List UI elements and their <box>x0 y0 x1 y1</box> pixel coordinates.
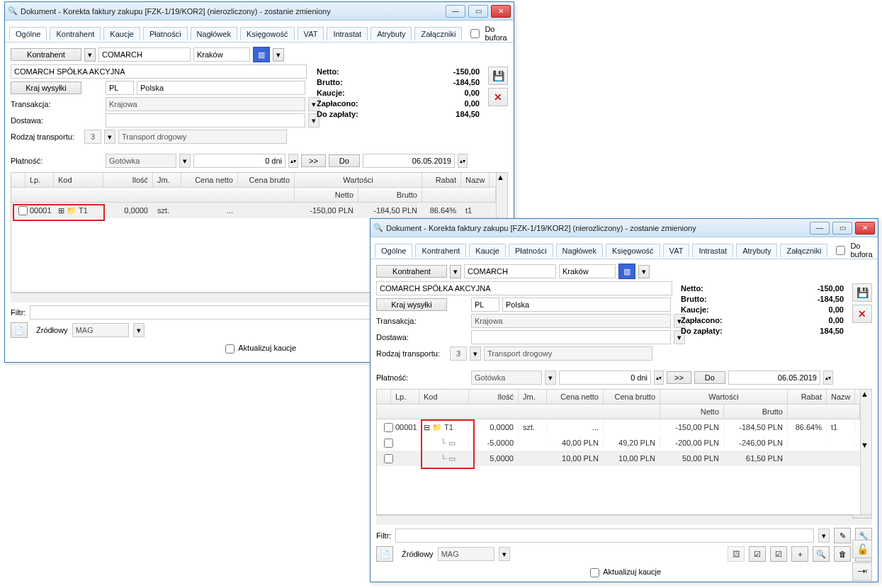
col-wartosci[interactable]: Wartości <box>295 173 422 187</box>
toolbar-search-icon[interactable]: 🔍 <box>813 546 830 562</box>
save-button[interactable]: 💾 <box>488 67 508 85</box>
col-cenanetto[interactable]: Cena netto <box>547 390 604 404</box>
col-wartnetto[interactable]: Netto <box>660 405 724 419</box>
doc-icon-button[interactable]: 📄 <box>11 322 28 338</box>
col-ilosc[interactable]: Ilość <box>469 390 519 404</box>
aktualizuj-checkbox[interactable]: Aktualizuj kaucje <box>587 567 661 576</box>
doc-icon-button[interactable]: 📄 <box>376 546 393 562</box>
data-do-input[interactable] <box>363 154 455 168</box>
col-jm[interactable]: Jm. <box>153 173 181 187</box>
exit-button[interactable]: ⭲ <box>852 562 872 581</box>
tab-vat[interactable]: VAT <box>298 27 324 40</box>
tab-naglowek[interactable]: Nagłówek <box>191 27 237 40</box>
col-wartbrutto[interactable]: Brutto <box>358 188 422 202</box>
kraj-button[interactable]: Kraj wysyłki <box>11 81 81 94</box>
col-rabat[interactable]: Rabat <box>788 390 827 404</box>
rodzaj-code-input[interactable] <box>450 346 467 361</box>
do-button[interactable]: Do <box>329 154 360 167</box>
stepper-icon[interactable]: ▴▾ <box>823 371 833 385</box>
col-cenanetto[interactable]: Cena netto <box>181 173 238 187</box>
col-lp[interactable]: Lp. <box>26 173 54 187</box>
tab-atrybuty[interactable]: Atrybuty <box>371 27 412 40</box>
bufor-checkbox-input[interactable] <box>470 29 480 38</box>
kraj-code-input[interactable] <box>471 298 499 312</box>
col-kod[interactable]: Kod <box>419 390 469 404</box>
dropdown-icon[interactable]: ▾ <box>470 346 481 361</box>
kontrahent-lookup-icon[interactable]: ▥ <box>618 264 635 279</box>
table-row[interactable]: 00001 ⊞ 📁 T1 0,0000 szt. ... -150,00 PLN… <box>11 203 496 218</box>
kontrahent-code-input[interactable] <box>98 47 191 62</box>
transakcja-select[interactable] <box>471 314 671 328</box>
tab-intrastat[interactable]: Intrastat <box>327 27 368 40</box>
col-kod[interactable]: Kod <box>54 173 103 187</box>
tab-kaucje[interactable]: Kaucje <box>103 27 140 40</box>
col-jm[interactable]: Jm. <box>519 390 547 404</box>
kraj-name-input[interactable] <box>137 81 305 95</box>
kontrahent-menu[interactable]: ▾ <box>450 265 461 278</box>
delete-button[interactable]: ✕ <box>488 88 508 106</box>
col-lp[interactable]: Lp. <box>391 390 419 404</box>
dropdown-icon[interactable]: ▾ <box>104 130 115 144</box>
stepper-icon[interactable]: ▴▾ <box>288 154 298 168</box>
kontrahent-lookup-icon[interactable]: ▥ <box>253 47 270 62</box>
tab-kaucje[interactable]: Kaucje <box>469 244 506 257</box>
col-wartbrutto[interactable]: Brutto <box>724 405 788 419</box>
kontrahent-menu[interactable]: ▾ <box>84 48 96 62</box>
bufor-checkbox[interactable]: Do bufora <box>468 25 507 42</box>
filter-edit-icon[interactable]: ✎ <box>834 528 851 543</box>
minimize-button[interactable]: — <box>810 222 830 234</box>
maximize-button[interactable]: ▭ <box>832 222 852 234</box>
tab-atrybuty[interactable]: Atrybuty <box>736 244 777 257</box>
col-ilosc[interactable]: Ilość <box>103 173 153 187</box>
tab-kontrahent[interactable]: Kontrahent <box>415 244 466 257</box>
save-button[interactable]: 💾 <box>852 283 872 302</box>
dostawa-input[interactable] <box>471 330 671 344</box>
vertical-scrollbar[interactable]: ▲▼ <box>860 390 871 514</box>
tab-intrastat[interactable]: Intrastat <box>692 244 733 257</box>
bufor-checkbox[interactable]: Do bufora <box>833 242 872 259</box>
do-button[interactable]: Do <box>694 371 725 384</box>
tab-zalaczniki[interactable]: Załączniki <box>780 244 827 257</box>
dropdown-icon[interactable]: ▾ <box>179 154 191 168</box>
tab-ogolne[interactable]: Ogólne <box>9 27 47 41</box>
dropdown-icon[interactable]: ▾ <box>499 547 510 561</box>
toolbar-btn-3[interactable]: ☑ <box>770 546 787 562</box>
arrow-button[interactable]: >> <box>667 371 691 384</box>
expand-icon[interactable]: ⊞ <box>58 206 64 215</box>
table-row[interactable]: 00001 ⊟ 📁 T1 0,0000 szt. ... -150,00 PLN… <box>377 419 860 435</box>
kontrahent-city-input[interactable] <box>193 47 250 62</box>
col-wartnetto[interactable]: Netto <box>295 188 358 202</box>
tab-ksiegowosc[interactable]: Księgowość <box>606 244 660 257</box>
kontrahent-lookup-menu[interactable]: ▾ <box>273 48 284 62</box>
toolbar-btn-1[interactable]: 🖼 <box>728 546 745 562</box>
platnosc-select[interactable] <box>471 371 542 385</box>
kontrahent-button[interactable]: Kontrahent <box>376 265 447 278</box>
close-button[interactable]: ✕ <box>855 222 875 234</box>
table-row[interactable]: └ ▭ 5,0000 10,00 PLN 10,00 PLN 50,00 PLN… <box>377 451 860 466</box>
toolbar-btn-2[interactable]: ☑ <box>749 546 766 562</box>
dropdown-icon[interactable]: ▾ <box>818 528 830 543</box>
arrow-button[interactable]: >> <box>301 154 326 167</box>
stepper-icon[interactable]: ▴▾ <box>458 154 468 168</box>
transakcja-select[interactable] <box>106 97 305 111</box>
dropdown-icon[interactable]: ▾ <box>545 371 556 385</box>
rodzaj-code-input[interactable] <box>84 130 101 144</box>
col-nazwa[interactable]: Nazw <box>461 173 490 187</box>
dropdown-icon[interactable]: ▾ <box>133 323 145 337</box>
platnosc-select[interactable] <box>106 154 176 168</box>
col-rabat[interactable]: Rabat <box>422 173 461 187</box>
kraj-name-input[interactable] <box>502 298 671 312</box>
kraj-code-input[interactable] <box>106 81 134 95</box>
kraj-button[interactable]: Kraj wysyłki <box>376 298 447 311</box>
tab-kontrahent[interactable]: Kontrahent <box>50 27 101 40</box>
mag-select[interactable] <box>438 547 494 561</box>
tab-vat[interactable]: VAT <box>663 244 690 257</box>
toolbar-trash-icon[interactable]: 🗑 <box>834 546 851 562</box>
dostawa-input[interactable] <box>106 113 305 128</box>
maximize-button[interactable]: ▭ <box>468 5 488 18</box>
horizontal-scrollbar[interactable] <box>376 515 872 525</box>
titlebar[interactable]: 🔍 Dokument - Korekta faktury zakupu [FZK… <box>371 219 878 237</box>
aktualizuj-checkbox[interactable]: Aktualizuj kaucje <box>222 344 296 352</box>
delete-button[interactable]: ✕ <box>852 305 872 323</box>
tab-naglowek[interactable]: Nagłówek <box>556 244 603 257</box>
